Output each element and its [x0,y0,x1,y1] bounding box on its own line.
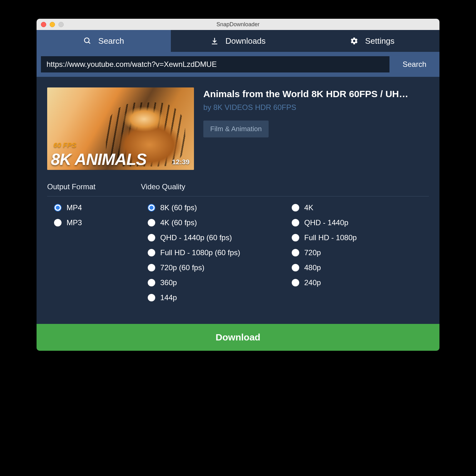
video-author: by 8K VIDEOS HDR 60FPS [203,103,429,112]
format-mp4-label: MP4 [67,203,82,212]
quality-480-radio[interactable]: 480p [292,263,429,272]
output-format-heading: Output Format [47,182,141,196]
quality-label: 360p [160,278,177,287]
quality-4k-radio[interactable]: 4K [292,203,429,212]
quality-360-radio[interactable]: 360p [148,278,285,287]
quality-label: Full HD - 1080p (60 fps) [160,248,240,257]
url-input[interactable] [41,56,389,72]
radio-dot-icon [54,204,62,211]
tab-downloads-label: Downloads [226,36,266,46]
quality-label: 144p [160,293,177,302]
video-info-row: 60 FPS 8K ANIMALS 12:39 Animals from the… [47,87,429,170]
video-duration: 12:39 [172,158,190,166]
quality-240-radio[interactable]: 240p [292,278,429,287]
radio-dot-icon [292,204,299,211]
format-mp3-radio[interactable]: MP3 [54,218,141,227]
author-link[interactable]: 8K VIDEOS HDR 60FPS [213,103,296,112]
url-search-bar: Search [37,52,439,77]
svg-point-0 [84,38,89,42]
quality-label: 720p [304,248,321,257]
quality-label: 4K (60 fps) [160,218,197,227]
quality-720-60-radio[interactable]: 720p (60 fps) [148,263,285,272]
quality-fhd-radio[interactable]: Full HD - 1080p [292,233,429,242]
quality-qhd-radio[interactable]: QHD - 1440p [292,218,429,227]
tab-search[interactable]: Search [37,30,171,52]
video-quality-section: Video Quality 8K (60 fps) 4K (60 fps) QH… [141,182,429,302]
quality-fhd-60-radio[interactable]: Full HD - 1080p (60 fps) [148,248,285,257]
format-mp4-radio[interactable]: MP4 [54,203,141,212]
quality-label: QHD - 1440p (60 fps) [160,233,232,242]
quality-qhd-60-radio[interactable]: QHD - 1440p (60 fps) [148,233,285,242]
video-quality-heading: Video Quality [141,182,429,196]
content-area: 60 FPS 8K ANIMALS 12:39 Animals from the… [37,77,439,321]
video-meta: Animals from the World 8K HDR 60FPS / UH… [203,87,429,170]
thumbnail-8k-label: 8K ANIMALS [51,151,146,167]
tab-search-label: Search [98,36,124,46]
main-tabs: Search Downloads Settings [37,30,439,52]
video-title: Animals from the World 8K HDR 60FPS / UH… [203,89,429,99]
radio-dot-icon [292,264,299,271]
output-format-section: Output Format MP4 MP3 [47,182,141,302]
format-mp3-label: MP3 [67,218,82,227]
radio-dot-icon [292,234,299,241]
radio-dot-icon [54,219,62,226]
tab-settings-label: Settings [365,36,394,46]
radio-dot-icon [148,234,155,241]
category-tag[interactable]: Film & Animation [203,121,269,137]
quality-720-radio[interactable]: 720p [292,248,429,257]
quality-label: QHD - 1440p [304,218,348,227]
app-window: SnapDownloader Search Downloads Settings… [37,19,439,351]
download-icon [211,37,219,45]
svg-line-1 [88,42,90,43]
quality-label: 240p [304,278,321,287]
radio-dot-icon [292,219,299,226]
quality-label: 8K (60 fps) [160,203,197,212]
radio-dot-icon [148,264,155,271]
video-thumbnail[interactable]: 60 FPS 8K ANIMALS 12:39 [47,87,194,170]
quality-8k-60-radio[interactable]: 8K (60 fps) [148,203,285,212]
author-prefix: by [203,103,213,112]
radio-dot-icon [148,294,155,301]
radio-dot-icon [148,279,155,286]
quality-label: 4K [304,203,313,212]
gear-icon [350,37,358,45]
radio-dot-icon [292,249,299,256]
radio-dot-icon [292,279,299,286]
search-button[interactable]: Search [389,52,439,77]
options-row: Output Format MP4 MP3 Video Quality [47,182,429,302]
quality-4k-60-radio[interactable]: 4K (60 fps) [148,218,285,227]
quality-label: Full HD - 1080p [304,233,357,242]
radio-dot-icon [148,249,155,256]
quality-label: 720p (60 fps) [160,263,204,272]
tab-settings[interactable]: Settings [305,30,439,52]
window-title: SnapDownloader [37,21,439,28]
search-icon [83,37,92,45]
radio-dot-icon [148,204,155,211]
thumbnail-fps-label: 60 FPS [53,141,76,149]
radio-dot-icon [148,219,155,226]
download-button[interactable]: Download [37,324,439,351]
quality-label: 480p [304,263,321,272]
quality-144-radio[interactable]: 144p [148,293,285,302]
titlebar: SnapDownloader [37,19,439,30]
tab-downloads[interactable]: Downloads [171,30,305,52]
